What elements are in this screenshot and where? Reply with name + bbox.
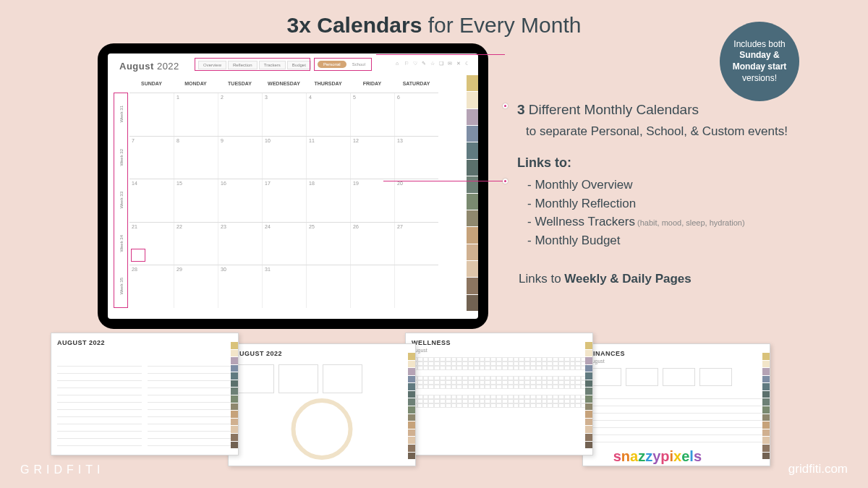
- month-tab[interactable]: [467, 176, 478, 192]
- month-tab[interactable]: [467, 92, 478, 108]
- calendar-cell[interactable]: 7: [129, 137, 174, 179]
- bullet-icon: [503, 103, 508, 108]
- calendar-cell[interactable]: 22: [174, 223, 218, 265]
- calendar-cell[interactable]: 4: [306, 93, 350, 136]
- calendar-screen: August 2022 OverviewReflectionTrackersBu…: [108, 53, 478, 319]
- calendar-cell[interactable]: 16: [218, 179, 262, 222]
- calendar-cell[interactable]: 15: [174, 179, 218, 222]
- calendar-month-title: August 2022: [119, 61, 179, 72]
- icon[interactable]: ✎: [422, 61, 427, 67]
- calendar-cell[interactable]: 18: [306, 179, 350, 222]
- month-tab[interactable]: [467, 295, 478, 311]
- icon[interactable]: ☾: [465, 61, 471, 67]
- calendar-cell[interactable]: 6: [394, 93, 438, 136]
- calendar-cell[interactable]: 31: [262, 265, 306, 308]
- calendar-cell[interactable]: 9: [218, 137, 262, 179]
- calendar-cell[interactable]: [129, 93, 174, 136]
- calendar-cell[interactable]: 27: [394, 223, 438, 265]
- calendar-cell[interactable]: 20: [394, 179, 438, 222]
- month-tab[interactable]: [467, 244, 478, 260]
- snazzy-logo: snazzypixels: [613, 448, 702, 465]
- brand-left: GRIDFITI: [20, 463, 104, 476]
- icon[interactable]: ✉: [448, 61, 454, 67]
- icon[interactable]: ✕: [456, 61, 462, 67]
- connector-line: [383, 181, 505, 181]
- month-side-tabs[interactable]: [467, 75, 478, 312]
- feature-badge: Includes both Sunday & Monday start vers…: [720, 22, 799, 101]
- brand-right: gridfiti.com: [788, 462, 848, 476]
- calendar-cell[interactable]: 25: [306, 223, 350, 265]
- calendar-cell[interactable]: 12: [350, 137, 394, 179]
- calendar-cell[interactable]: 29: [174, 265, 218, 308]
- info-heading-2: Links to:: [517, 153, 839, 173]
- thumbnail-row: August 2022 August 2022 Wellness August …: [51, 333, 817, 466]
- highlight-view-tabs: [195, 58, 310, 71]
- weekday-headers: SundayMondayTuesdayWednesdayThursdayFrid…: [129, 81, 438, 86]
- icon[interactable]: ⚐: [404, 61, 410, 67]
- thumb-reflection: August 2022: [228, 343, 416, 466]
- info-text: to separate Personal, School, & Custom e…: [526, 122, 839, 141]
- calendar-cell[interactable]: 24: [262, 223, 306, 265]
- calendar-cell[interactable]: 2: [218, 93, 262, 136]
- calendar-cell[interactable]: 11: [306, 137, 350, 179]
- month-tab[interactable]: [467, 261, 478, 277]
- info-heading-1: 3 Different Monthly Calendars: [517, 100, 839, 121]
- thumb-overview: August 2022: [51, 333, 239, 455]
- calendar-cell[interactable]: 10: [262, 137, 306, 179]
- calendar-cell[interactable]: [394, 265, 438, 308]
- calendar-cell[interactable]: 8: [174, 137, 218, 179]
- calendar-cell[interactable]: 30: [218, 265, 262, 308]
- month-tab[interactable]: [467, 126, 478, 142]
- icon[interactable]: ♡: [413, 61, 419, 67]
- calendar-cell[interactable]: 3: [262, 93, 306, 136]
- calendar-cell[interactable]: 13: [394, 137, 438, 179]
- info-panel: 3 Different Monthly Calendars to separat…: [517, 100, 839, 288]
- calendar-cell[interactable]: 1: [174, 93, 218, 136]
- month-tab[interactable]: [467, 109, 478, 125]
- thumb-wellness: Wellness August: [405, 333, 593, 455]
- calendar-cell[interactable]: 14: [129, 179, 174, 222]
- calendar-cell[interactable]: 19: [350, 179, 394, 222]
- calendar-cell[interactable]: [306, 265, 350, 308]
- icon[interactable]: ❏: [439, 61, 445, 67]
- month-tab[interactable]: [467, 75, 478, 91]
- connector-line: [376, 54, 505, 55]
- ipad-frame: August 2022 OverviewReflectionTrackersBu…: [98, 43, 488, 329]
- info-footer: Links to Weekly & Daily Pages: [519, 270, 839, 288]
- toolbar-icons[interactable]: ⌂⚐♡✎☆❏✉✕☾: [396, 61, 471, 67]
- calendar-cell[interactable]: [350, 265, 394, 308]
- month-tab[interactable]: [467, 227, 478, 243]
- month-tab[interactable]: [467, 278, 478, 294]
- month-tab[interactable]: [467, 160, 478, 176]
- icon[interactable]: ☆: [430, 61, 436, 67]
- links-list: Monthly OverviewMonthly ReflectionWellne…: [527, 176, 839, 249]
- month-tab[interactable]: [467, 194, 478, 210]
- calendar-cell[interactable]: 26: [350, 223, 394, 265]
- bullet-icon: [503, 179, 508, 184]
- calendar-cell[interactable]: 5: [350, 93, 394, 136]
- calendar-grid[interactable]: 1234567891011121314151617181920212223242…: [129, 93, 438, 308]
- icon[interactable]: ⌂: [396, 61, 401, 67]
- calendar-cell[interactable]: 28: [129, 265, 174, 308]
- highlight-category-tabs: [314, 58, 372, 71]
- calendar-cell[interactable]: 17: [262, 179, 306, 222]
- month-tab[interactable]: [467, 210, 478, 226]
- calendar-cell[interactable]: 23: [218, 223, 262, 265]
- month-tab[interactable]: [467, 142, 478, 158]
- highlight-date-28: [131, 249, 145, 262]
- highlight-weeks: [114, 93, 128, 308]
